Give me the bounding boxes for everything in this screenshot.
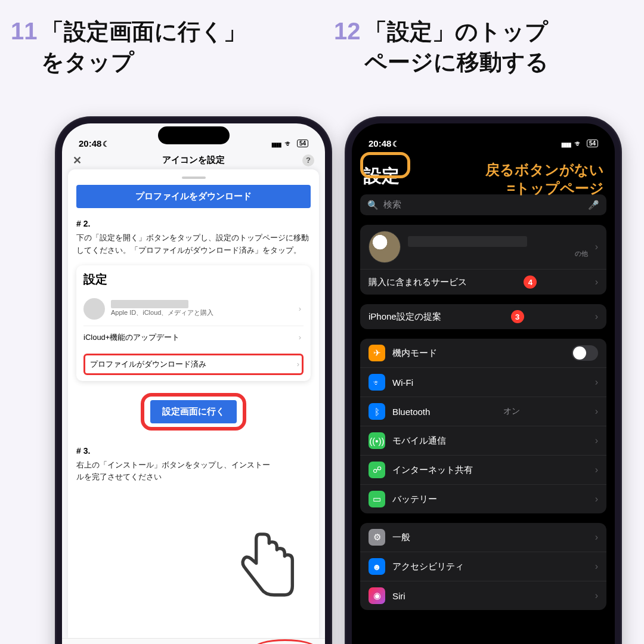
- step-text: 「設定」のトップ ページに移動する: [364, 17, 549, 78]
- battery-icon: 54: [587, 140, 598, 147]
- badge: 4: [524, 275, 537, 289]
- chevron-right-icon: ›: [595, 435, 598, 446]
- chevron-right-icon: ›: [595, 311, 598, 322]
- nav-bar: ✕ アイコンを設定 ?: [62, 151, 325, 169]
- iphone-suggestions-row[interactable]: iPhone設定の提案 3 ›: [360, 304, 606, 329]
- status-bar: 20:48 ᯤ 54: [62, 123, 325, 151]
- go-settings-highlight: 設定画面に行く: [141, 393, 246, 431]
- settings-row[interactable]: ᛒBluetoothオン›: [360, 397, 606, 426]
- ic-air-icon: ✈: [369, 345, 385, 361]
- chevron-right-icon: ›: [595, 590, 598, 601]
- row-label: Siri: [392, 591, 405, 601]
- wifi-icon: ᯤ: [284, 138, 293, 148]
- row-label: Wi-Fi: [392, 377, 413, 388]
- status-bar: 20:48 ᯤ 54: [352, 123, 615, 151]
- profile-downloaded-row[interactable]: プロファイルがダウンロード済み ›: [83, 354, 304, 375]
- ic-acc-icon: ☻: [369, 558, 385, 575]
- status-right: ᯤ 54: [271, 138, 308, 148]
- row-label: バッテリー: [392, 494, 437, 505]
- chevron-right-icon: ›: [297, 360, 299, 369]
- settings-row[interactable]: ☍インターネット共有›: [360, 455, 606, 484]
- settings-preview: 設定 Apple ID、iCloud、メディアと購入 › iCloud+機能のア…: [76, 265, 311, 381]
- step-number: 12: [334, 17, 361, 45]
- go-settings-button[interactable]: 設定画面に行く: [150, 400, 237, 423]
- step3-num: # 3.: [76, 446, 311, 456]
- settings-row[interactable]: ((•))モバイル通信›: [360, 426, 606, 455]
- chevron-right-icon: ›: [595, 561, 598, 572]
- chevron-right-icon: ›: [595, 465, 598, 475]
- back-button-highlight: [360, 152, 410, 178]
- highlight-oval: [252, 639, 318, 644]
- step-11-heading: 11 「設定画面に行く」 をタップ: [11, 17, 321, 78]
- settings-row[interactable]: ▭バッテリー›: [360, 484, 606, 513]
- step2-num: # 2.: [76, 219, 311, 228]
- chevron-right-icon: ›: [595, 242, 598, 252]
- settings-row[interactable]: ✈機内モード: [360, 339, 606, 367]
- status-right: ᯤ 54: [561, 138, 598, 148]
- wifi-icon: ᯤ: [574, 138, 583, 148]
- annotation-text: 戻るボタンがない =トップページ: [485, 160, 604, 197]
- search-placeholder: 検索: [383, 199, 401, 210]
- masked-name: [408, 236, 527, 247]
- chevron-right-icon: ›: [595, 377, 598, 388]
- avatar: [369, 231, 401, 263]
- connectivity-group: ✈機内モードᯤWi-Fi›ᛒBluetoothオン›((•))モバイル通信›☍イ…: [360, 339, 606, 513]
- signal-icon: [271, 138, 281, 148]
- row-label: モバイル通信: [392, 435, 446, 447]
- chevron-right-icon: ›: [595, 532, 598, 543]
- badge: 3: [511, 310, 524, 323]
- step-text: 「設定画面に行く」 をタップ: [41, 17, 246, 78]
- nav-title: アイコンを設定: [162, 154, 225, 166]
- preview-profile-row[interactable]: Apple ID、iCloud、メディアと購入 ›: [83, 292, 304, 326]
- search-icon: 🔍: [367, 200, 379, 210]
- phone-1: 20:48 ᯤ 54 ✕ アイコンを設定 ? プロファイルをダウンロード # 2…: [55, 116, 332, 644]
- chevron-right-icon: ›: [299, 333, 301, 342]
- help-icon[interactable]: ?: [302, 154, 314, 166]
- row-label: インターネット共有: [392, 465, 473, 476]
- ic-gen-icon: ⚙: [369, 529, 385, 546]
- preview-sub: Apple ID、iCloud、メディアと購入: [111, 308, 213, 317]
- chevron-right-icon: ›: [595, 406, 598, 417]
- apple-id-row[interactable]: の他 ›: [360, 225, 606, 269]
- profile-group: の他 › 購入に含まれるサービス 4 ›: [360, 225, 606, 295]
- ic-bat-icon: ▭: [369, 491, 385, 507]
- download-profile-button[interactable]: プロファイルをダウンロード: [76, 185, 311, 208]
- step3-text: 右上の「インストール」ボタンをタップし、インストールを完了させてください: [76, 459, 311, 484]
- status-time: 20:48: [79, 138, 110, 148]
- hand-pointer-icon: [234, 528, 299, 605]
- chevron-right-icon: ›: [595, 277, 598, 287]
- general-group: ⚙一般›☻アクセシビリティ›◉Siri›: [360, 523, 606, 610]
- avatar: [83, 298, 105, 320]
- phone-2: 20:48 ᯤ 54 戻るボタンがない =トップページ 設定 🔍 検索 🎤 の他: [345, 116, 622, 644]
- masked-name: [111, 300, 188, 308]
- battery-icon: 54: [297, 140, 308, 147]
- suggestion-group: iPhone設定の提案 3 ›: [360, 304, 606, 329]
- ic-hot-icon: ☍: [369, 462, 385, 478]
- toggle[interactable]: [572, 345, 598, 361]
- step2-text: 下の「設定を開く」ボタンをタップし、設定のトップページに移動してください。「プロ…: [76, 232, 311, 257]
- preview-title: 設定: [83, 271, 304, 287]
- chevron-right-icon: ›: [595, 494, 598, 504]
- ic-bt-icon: ᛒ: [369, 403, 385, 420]
- profile-install-bar: キャンセル プロファイル インストール: [62, 638, 325, 644]
- row-label: 一般: [392, 532, 410, 543]
- grabber[interactable]: [182, 177, 206, 179]
- settings-row[interactable]: ᯤWi-Fi›: [360, 367, 606, 397]
- step-number: 11: [11, 17, 38, 45]
- row-value: オン: [503, 406, 520, 417]
- close-icon[interactable]: ✕: [73, 154, 82, 167]
- icloud-update-row[interactable]: iCloud+機能のアップデート ›: [83, 326, 304, 349]
- settings-row[interactable]: ◉Siri›: [360, 581, 606, 610]
- screen-dark: 20:48 ᯤ 54 戻るボタンがない =トップページ 設定 🔍 検索 🎤 の他: [352, 123, 615, 644]
- signal-icon: [561, 138, 571, 148]
- mic-icon[interactable]: 🎤: [588, 200, 599, 210]
- status-time: 20:48: [369, 138, 400, 148]
- settings-row[interactable]: ☻アクセシビリティ›: [360, 552, 606, 581]
- step-12-heading: 12 「設定」のトップ ページに移動する: [334, 17, 632, 78]
- ic-wifi-icon: ᯤ: [369, 374, 385, 391]
- chevron-right-icon: ›: [299, 304, 301, 313]
- purchase-services-row[interactable]: 購入に含まれるサービス 4 ›: [360, 269, 606, 295]
- row-label: Bluetooth: [392, 407, 430, 417]
- settings-row[interactable]: ⚙一般›: [360, 523, 606, 552]
- ic-siri-icon: ◉: [369, 587, 385, 604]
